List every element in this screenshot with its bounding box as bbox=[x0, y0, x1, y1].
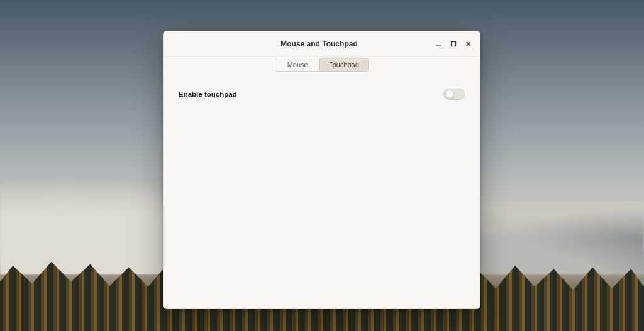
titlebar: Mouse and Touchpad bbox=[164, 31, 480, 57]
tabs-group: Mouse Touchpad bbox=[275, 58, 369, 72]
svg-rect-1 bbox=[452, 41, 456, 46]
minimize-button[interactable] bbox=[435, 40, 442, 48]
svg-rect-0 bbox=[436, 45, 441, 46]
close-button[interactable] bbox=[465, 40, 472, 48]
row-enable-touchpad: Enable touchpad bbox=[179, 84, 465, 104]
settings-window: Mouse and Touchpad Mouse Touchpad bbox=[163, 31, 480, 309]
tabbar: Mouse Touchpad bbox=[164, 57, 480, 77]
window-controls bbox=[435, 40, 475, 48]
window-title: Mouse and Touchpad bbox=[204, 40, 435, 48]
content-area: Enable touchpad bbox=[164, 77, 480, 308]
desktop-wallpaper: Mouse and Touchpad Mouse Touchpad bbox=[0, 0, 644, 331]
tab-touchpad[interactable]: Touchpad bbox=[319, 58, 368, 71]
enable-touchpad-label: Enable touchpad bbox=[179, 90, 237, 98]
maximize-icon bbox=[450, 41, 457, 47]
minimize-icon bbox=[435, 41, 441, 47]
toggle-knob bbox=[445, 90, 454, 99]
maximize-button[interactable] bbox=[450, 40, 457, 48]
enable-touchpad-toggle[interactable] bbox=[443, 89, 465, 100]
tab-mouse[interactable]: Mouse bbox=[275, 58, 319, 71]
close-icon bbox=[465, 41, 472, 47]
